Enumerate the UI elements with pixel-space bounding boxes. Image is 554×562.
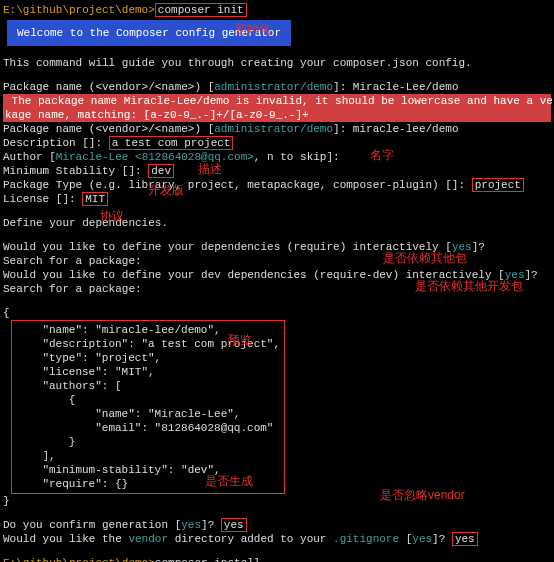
- gitignore-input: yes: [452, 532, 478, 546]
- annotation-preview: 预览: [228, 333, 252, 347]
- error-line2: kage name, matching: [a-z0-9_.-]+/[a-z0-…: [3, 108, 551, 122]
- annotation-generate: 是否生成: [205, 474, 253, 488]
- type-input: project: [472, 178, 524, 192]
- annotation-init: 初始化: [235, 22, 271, 36]
- cmd-install: composer install: [155, 557, 261, 562]
- intro-text: This command will guide you through crea…: [3, 56, 551, 70]
- error-line1: The package name Miracle-Lee/demo is inv…: [3, 94, 551, 108]
- description-input: a test com project: [109, 136, 234, 150]
- annotation-desc: 描述: [198, 162, 222, 176]
- annotation-dep-other: 是否依赖其他包: [383, 251, 467, 265]
- prompt-path: E:\github\project\demo>: [3, 4, 155, 16]
- annotation-dep-dev: 是否依赖其他开发包: [415, 279, 523, 293]
- cmd-init: composer init: [155, 3, 247, 17]
- annotation-license: 协议: [100, 209, 124, 223]
- license-input: MIT: [82, 192, 108, 206]
- annotation-dev: 开发版: [148, 183, 184, 197]
- stability-input: dev: [148, 164, 174, 178]
- confirm-input: yes: [221, 518, 247, 532]
- annotation-name: 名字: [370, 148, 394, 162]
- annotation-ignore: 是否忽略vendor: [380, 488, 465, 502]
